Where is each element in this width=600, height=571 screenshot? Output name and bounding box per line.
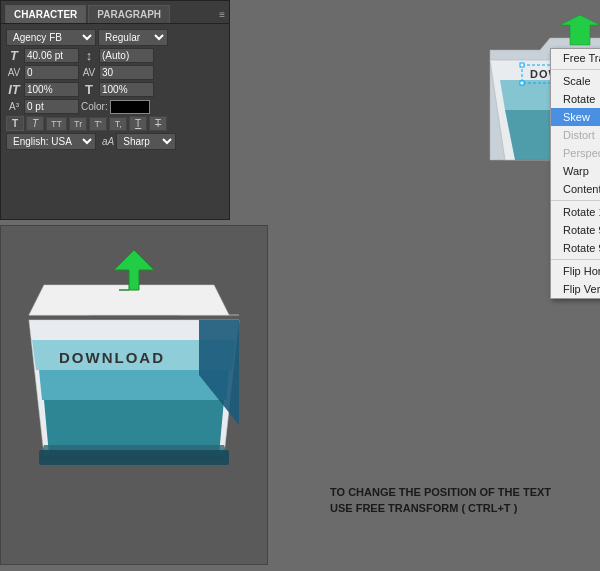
menu-separator-1 [551,69,600,70]
text-format-row: T T TT Tr T' T, T T [6,116,224,131]
horiz-scale-input[interactable]: 100% [99,82,154,97]
menu-content-aware-scale[interactable]: Content-Aware Scale [551,180,600,198]
svg-rect-9 [520,81,524,85]
strikethrough-btn[interactable]: T [149,116,167,131]
text-format-buttons: T T TT Tr T' T, T T [6,116,167,131]
leading-icon: ↕ [81,48,97,63]
font-size-icon: T [6,48,22,63]
svg-rect-21 [39,450,229,465]
aa-icon: aA [102,136,114,147]
vert-scale-input[interactable]: 100% [24,82,79,97]
all-caps-btn[interactable]: TT [46,117,67,131]
svg-rect-7 [520,63,524,67]
instruction-line1: TO CHANGE THE POSITION OF THE TEXT [330,485,570,500]
menu-rotate-180[interactable]: Rotate 180° [551,203,600,221]
superscript-btn[interactable]: T' [89,117,107,131]
right-area: DOWNLOAD Free Transform Scale Rotate Ske… [230,0,600,571]
language-select[interactable]: English: USA [6,133,96,150]
font-style-select[interactable]: Regular [98,29,168,46]
menu-warp[interactable]: Warp [551,162,600,180]
baseline-color-row: A³ 0 pt Color: [6,99,224,114]
subscript-btn[interactable]: T, [109,117,127,131]
menu-rotate[interactable]: Rotate [551,90,600,108]
tab-paragraph[interactable]: PARAGRAPH [88,5,170,23]
lang-aa-row: English: USA aA Sharp [6,133,224,150]
baseline-input[interactable]: 0 pt [24,99,79,114]
small-caps-btn[interactable]: Tr [69,117,87,131]
large-folder-area: DOWNLOAD [0,225,268,565]
font-row: Agency FB Regular [6,29,224,46]
context-menu: Free Transform Scale Rotate Skew Distort… [550,48,600,299]
tab-character[interactable]: CHARACTER [5,5,86,23]
font-size-input[interactable]: 40.06 pt [24,48,79,63]
scale-row: IT 100% T 100% [6,82,224,97]
menu-distort: Distort [551,126,600,144]
baseline-icon: A³ [6,101,22,112]
panel-menu-icon[interactable]: ≡ [219,9,225,20]
instruction-line2: USE FREE TRANSFORM ( CTRL+T ) [330,501,570,516]
menu-free-transform[interactable]: Free Transform [551,49,600,67]
svg-marker-22 [114,250,154,290]
faux-italic-btn[interactable]: T [26,116,44,131]
tracking-kerning-row: AV 0 AV 30 [6,65,224,80]
svg-text:DOWNLOAD: DOWNLOAD [59,349,165,366]
menu-flip-horizontal[interactable]: Flip Horizontal [551,262,600,280]
tracking-input[interactable]: 30 [99,65,154,80]
menu-skew[interactable]: Skew [551,108,600,126]
faux-bold-btn[interactable]: T [6,116,24,131]
menu-rotate-90-ccw[interactable]: Rotate 90° CCW [551,239,600,257]
menu-rotate-90-cw[interactable]: Rotate 90° CW [551,221,600,239]
kerning-icon: AV [6,67,22,78]
size-leading-row: T 40.06 pt ↕ (Auto) [6,48,224,63]
tracking-icon: AV [81,67,97,78]
menu-scale[interactable]: Scale [551,72,600,90]
menu-separator-3 [551,259,600,260]
menu-separator-2 [551,200,600,201]
panel-tab-bar: CHARACTER PARAGRAPH ≡ [1,1,229,24]
leading-input[interactable]: (Auto) [99,48,154,63]
horiz-scale-icon: T [81,82,97,97]
kerning-input[interactable]: 0 [24,65,79,80]
font-family-select[interactable]: Agency FB [6,29,96,46]
color-label: Color: [81,101,108,112]
underline-btn[interactable]: T [129,116,147,131]
instruction-text: TO CHANGE THE POSITION OF THE TEXT USE F… [330,485,570,516]
large-folder-svg: DOWNLOAD [14,245,254,545]
menu-flip-vertical[interactable]: Flip Vertical [551,280,600,298]
vert-scale-icon: IT [6,82,22,97]
character-panel: CHARACTER PARAGRAPH ≡ Agency FB Regular … [0,0,230,220]
panel-body: Agency FB Regular T 40.06 pt ↕ (Auto) AV… [1,24,229,157]
color-swatch[interactable] [110,100,150,114]
menu-perspective: Perspective [551,144,600,162]
antialiasing-select[interactable]: Sharp [116,133,176,150]
